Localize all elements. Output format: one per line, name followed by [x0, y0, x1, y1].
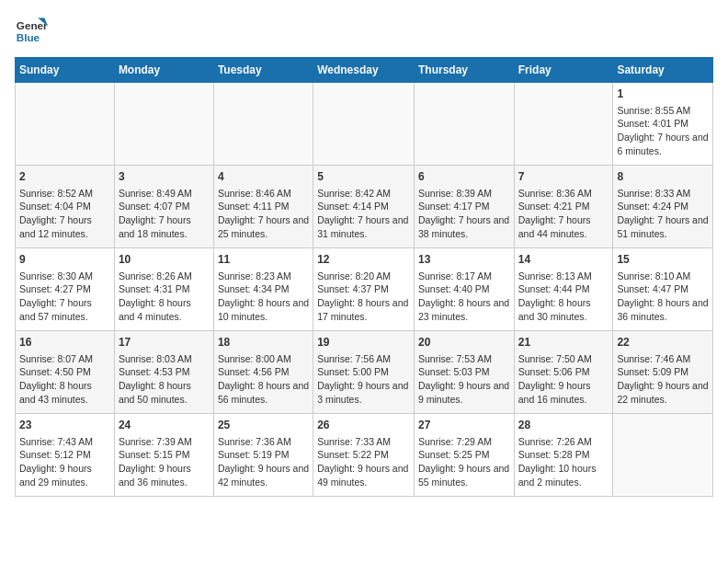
day-number: 24 — [119, 418, 210, 433]
day-info: Sunset: 5:25 PM — [418, 448, 510, 462]
calendar-cell: 13Sunrise: 8:17 AMSunset: 4:40 PMDayligh… — [414, 248, 514, 331]
calendar-cell — [414, 83, 514, 166]
day-info: Daylight: 8 hours and 56 minutes. — [218, 379, 309, 406]
day-info: Sunset: 5:28 PM — [518, 448, 609, 462]
day-number: 6 — [418, 169, 510, 185]
day-info: Daylight: 8 hours and 30 minutes. — [518, 296, 609, 323]
day-info: Daylight: 9 hours and 36 minutes. — [119, 462, 210, 488]
calendar-cell: 4Sunrise: 8:46 AMSunset: 4:11 PMDaylight… — [213, 166, 313, 248]
day-info: Sunset: 5:03 PM — [418, 365, 510, 379]
day-info: Sunset: 4:37 PM — [317, 282, 410, 296]
day-number: 11 — [218, 252, 309, 268]
day-number: 16 — [19, 335, 110, 350]
day-info: Sunset: 4:07 PM — [119, 200, 210, 213]
day-number: 15 — [617, 252, 709, 268]
day-number: 26 — [317, 418, 410, 433]
day-info: Daylight: 7 hours and 44 minutes. — [518, 213, 609, 240]
day-number: 27 — [418, 418, 510, 433]
day-info: Sunrise: 7:46 AM — [617, 352, 709, 366]
day-info: Daylight: 9 hours and 22 minutes. — [617, 379, 709, 406]
calendar-cell: 24Sunrise: 7:39 AMSunset: 5:15 PMDayligh… — [114, 414, 213, 497]
day-info: Daylight: 9 hours and 49 minutes. — [317, 462, 410, 488]
day-number: 4 — [218, 169, 309, 185]
day-info: Sunrise: 7:33 AM — [317, 435, 410, 449]
calendar-cell: 1Sunrise: 8:55 AMSunset: 4:01 PMDaylight… — [613, 83, 713, 166]
day-info: Daylight: 9 hours and 29 minutes. — [19, 462, 110, 488]
weekday-header-thursday: Thursday — [414, 58, 514, 83]
calendar-cell: 7Sunrise: 8:36 AMSunset: 4:21 PMDaylight… — [514, 166, 613, 248]
day-info: Sunset: 4:44 PM — [518, 282, 609, 296]
day-number: 19 — [317, 335, 410, 350]
calendar-cell: 8Sunrise: 8:33 AMSunset: 4:24 PMDaylight… — [613, 166, 713, 248]
calendar-cell — [16, 83, 115, 166]
day-info: Daylight: 8 hours and 23 minutes. — [418, 296, 510, 323]
calendar-cell — [213, 83, 313, 166]
day-info: Daylight: 8 hours and 10 minutes. — [218, 296, 309, 323]
day-number: 17 — [119, 335, 210, 350]
day-info: Sunset: 5:09 PM — [617, 365, 709, 379]
day-info: Sunset: 4:01 PM — [617, 117, 709, 131]
day-info: Daylight: 7 hours and 51 minutes. — [617, 213, 709, 240]
day-number: 5 — [317, 169, 410, 185]
day-info: Daylight: 8 hours and 36 minutes. — [617, 296, 709, 323]
day-number: 1 — [617, 86, 709, 102]
day-info: Sunset: 4:31 PM — [119, 282, 210, 296]
day-info: Sunrise: 7:43 AM — [19, 435, 110, 449]
calendar-cell: 25Sunrise: 7:36 AMSunset: 5:19 PMDayligh… — [213, 414, 313, 497]
calendar-cell: 10Sunrise: 8:26 AMSunset: 4:31 PMDayligh… — [114, 248, 213, 331]
day-number: 28 — [518, 418, 609, 433]
day-number: 25 — [218, 418, 309, 433]
day-number: 7 — [518, 169, 609, 185]
day-info: Sunrise: 8:07 AM — [19, 352, 110, 366]
calendar-cell: 2Sunrise: 8:52 AMSunset: 4:04 PMDaylight… — [16, 166, 115, 248]
day-number: 10 — [119, 252, 210, 268]
day-info: Sunrise: 8:33 AM — [617, 187, 709, 201]
calendar-table: SundayMondayTuesdayWednesdayThursdayFrid… — [15, 57, 713, 497]
day-info: Sunset: 5:19 PM — [218, 448, 309, 462]
day-info: Sunrise: 8:26 AM — [119, 270, 210, 283]
calendar-cell: 21Sunrise: 7:50 AMSunset: 5:06 PMDayligh… — [514, 331, 613, 414]
day-info: Sunrise: 8:36 AM — [518, 187, 609, 201]
calendar-cell: 15Sunrise: 8:10 AMSunset: 4:47 PMDayligh… — [613, 248, 713, 331]
calendar-cell: 20Sunrise: 7:53 AMSunset: 5:03 PMDayligh… — [414, 331, 514, 414]
calendar-cell — [613, 414, 713, 497]
page-header: General Blue — [15, 15, 713, 48]
day-info: Daylight: 7 hours and 38 minutes. — [418, 213, 510, 240]
day-info: Daylight: 8 hours and 50 minutes. — [119, 379, 210, 406]
day-info: Sunrise: 7:39 AM — [119, 435, 210, 449]
day-number: 22 — [617, 335, 709, 350]
calendar-cell — [313, 83, 415, 166]
day-info: Sunset: 4:34 PM — [218, 282, 309, 296]
calendar-cell: 22Sunrise: 7:46 AMSunset: 5:09 PMDayligh… — [613, 331, 713, 414]
day-info: Sunrise: 8:49 AM — [119, 187, 210, 201]
day-number: 13 — [418, 252, 510, 268]
day-number: 2 — [19, 169, 110, 185]
calendar-cell: 23Sunrise: 7:43 AMSunset: 5:12 PMDayligh… — [16, 414, 115, 497]
day-info: Daylight: 7 hours and 31 minutes. — [317, 213, 410, 240]
day-info: Sunrise: 8:52 AM — [19, 187, 110, 201]
calendar-week-row: 1Sunrise: 8:55 AMSunset: 4:01 PMDaylight… — [16, 83, 713, 166]
day-number: 18 — [218, 335, 309, 350]
calendar-cell — [514, 83, 613, 166]
weekday-header-tuesday: Tuesday — [213, 58, 313, 83]
weekday-header-saturday: Saturday — [613, 58, 713, 83]
day-info: Sunrise: 8:55 AM — [617, 104, 709, 118]
day-info: Daylight: 9 hours and 42 minutes. — [218, 462, 309, 488]
calendar-cell: 14Sunrise: 8:13 AMSunset: 4:44 PMDayligh… — [514, 248, 613, 331]
calendar-cell: 16Sunrise: 8:07 AMSunset: 4:50 PMDayligh… — [16, 331, 115, 414]
svg-text:Blue: Blue — [17, 31, 40, 43]
day-info: Sunrise: 8:20 AM — [317, 270, 410, 283]
day-info: Daylight: 7 hours and 18 minutes. — [119, 213, 210, 240]
day-number: 3 — [119, 169, 210, 185]
weekday-header-row: SundayMondayTuesdayWednesdayThursdayFrid… — [16, 58, 713, 83]
day-info: Daylight: 7 hours and 57 minutes. — [19, 296, 110, 323]
day-info: Sunrise: 8:10 AM — [617, 270, 709, 283]
day-info: Sunset: 4:11 PM — [218, 200, 309, 213]
calendar-cell: 17Sunrise: 8:03 AMSunset: 4:53 PMDayligh… — [114, 331, 213, 414]
logo-icon: General Blue — [15, 15, 48, 48]
day-info: Sunrise: 7:36 AM — [218, 435, 309, 449]
calendar-cell: 5Sunrise: 8:42 AMSunset: 4:14 PMDaylight… — [313, 166, 415, 248]
day-info: Sunset: 5:15 PM — [119, 448, 210, 462]
weekday-header-wednesday: Wednesday — [313, 58, 415, 83]
day-info: Daylight: 7 hours and 12 minutes. — [19, 213, 110, 240]
